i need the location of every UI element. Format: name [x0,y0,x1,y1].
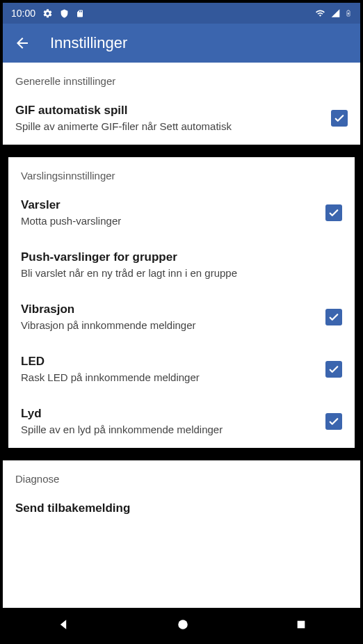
sd-card-icon [76,8,84,19]
setting-vibrasjon[interactable]: Vibrasjon Vibrasjon på innkommende meldi… [8,291,355,344]
setting-subtitle: Motta push-varslinger [21,215,317,227]
settings-content: Generelle innstillinger GIF automatisk s… [3,63,360,608]
setting-send-feedback[interactable]: Send tilbakemelding [3,490,360,522]
check-icon [333,112,346,124]
status-time: 10:00 [11,8,35,19]
shield-icon [60,8,69,19]
notifications-section: Varslingsinnstillinger Varsler Motta pus… [3,157,360,448]
setting-subtitle: Bli varslet når en ny tråd er lagt inn i… [21,267,342,279]
navigation-bar [3,608,360,641]
section-header-notifications: Varslingsinnstillinger [8,157,355,187]
arrow-left-icon [14,35,31,51]
section-header-diagnose: Diagnose [3,460,360,490]
gear-icon [42,8,53,19]
status-bar: 10:00 [3,3,360,24]
back-button[interactable] [14,35,31,51]
setting-title: Send tilbakemelding [15,501,348,515]
check-icon [328,311,340,323]
setting-subtitle: Rask LED på innkommende meldinger [21,371,317,383]
signal-icon [330,8,341,18]
checkbox-varsler[interactable] [325,204,342,221]
checkbox-gif[interactable] [331,110,348,127]
setting-title: Push-varslinger for grupper [21,250,342,264]
section-header-general: Generelle innstillinger [3,63,360,92]
checkbox-led[interactable] [325,361,342,378]
page-title: Innstillinger [50,34,127,52]
setting-subtitle: Spille av en lyd på innkommende meldinge… [21,424,317,435]
nav-recent-button[interactable] [296,619,307,630]
check-icon [328,363,340,376]
check-icon [328,207,340,219]
nav-home-button[interactable] [177,618,189,631]
checkbox-lyd[interactable] [325,413,342,430]
nav-back-button[interactable] [56,618,70,631]
svg-rect-1 [298,621,305,629]
checkbox-vibrasjon[interactable] [325,309,342,325]
svg-point-0 [178,620,188,629]
app-bar: Innstillinger [3,24,360,63]
section-divider [3,448,360,460]
setting-title: Lyd [21,407,317,421]
square-icon [296,619,307,630]
check-icon [328,415,340,428]
triangle-left-icon [56,618,70,631]
setting-title: GIF automatisk spill [15,104,323,118]
setting-lyd[interactable]: Lyd Spille av en lyd på innkommende meld… [8,396,355,448]
setting-led[interactable]: LED Rask LED på innkommende meldinger [8,344,355,396]
battery-icon [345,8,352,19]
setting-title: Vibrasjon [21,303,317,316]
setting-title: LED [21,355,317,369]
setting-subtitle: Spille av animerte GIF-filer når Sett au… [15,120,323,132]
circle-icon [177,618,189,631]
setting-gif-autoplay[interactable]: GIF automatisk spill Spille av animerte … [3,92,360,145]
setting-title: Varsler [21,198,317,212]
setting-varsler[interactable]: Varsler Motta push-varslinger [8,187,355,239]
setting-push-grupper[interactable]: Push-varslinger for grupper Bli varslet … [8,239,355,291]
setting-subtitle: Vibrasjon på innkommende meldinger [21,319,317,331]
wifi-icon [314,8,326,18]
section-divider [3,145,360,157]
